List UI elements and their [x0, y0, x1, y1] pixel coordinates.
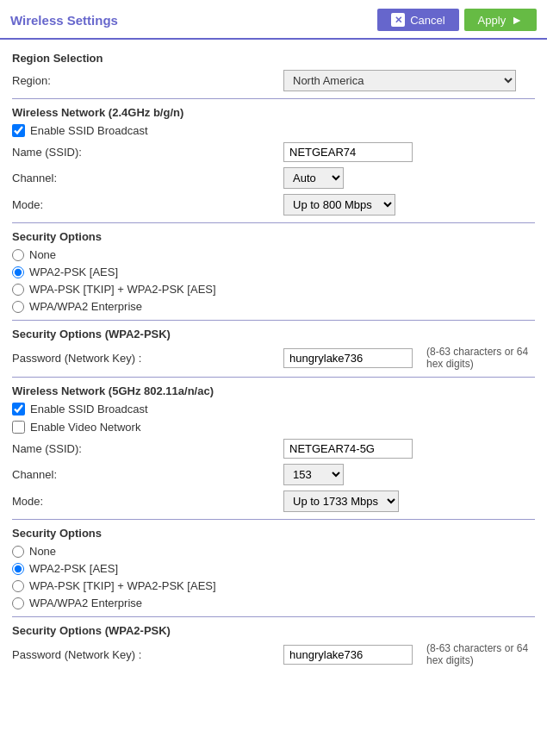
enable-ssid-24-checkbox[interactable] [12, 124, 25, 137]
sec24-wpa2-row: WPA2-PSK [AES] [12, 266, 535, 278]
divider-6 [12, 616, 535, 617]
enable-video-5g-checkbox[interactable] [12, 421, 25, 434]
divider-4 [12, 377, 535, 378]
sec5g-wpapsk-row: WPA-PSK [TKIP] + WPA2-PSK [AES] [12, 579, 535, 592]
enable-ssid-5g-checkbox[interactable] [12, 403, 25, 415]
password-24-row: Password (Network Key) : (8-63 character… [12, 346, 535, 370]
sec5g-wpapsk-radio[interactable] [12, 580, 24, 592]
wireless-5g-title: Wireless Network (5GHz 802.11a/n/ac) [12, 384, 535, 397]
mode-5g-label: Mode: [12, 495, 283, 508]
mode-5g-row: Mode: Up to 1733 Mbps [12, 490, 535, 512]
sec5g-none-radio[interactable] [12, 546, 24, 558]
enable-ssid-5g-row: Enable SSID Broadcast [12, 403, 535, 415]
name-24-label: Name (SSID): [12, 146, 283, 159]
password-5g-input[interactable] [283, 645, 413, 665]
security-options-24-title: Security Options (WPA2-PSK) [12, 328, 535, 341]
divider-5 [12, 519, 535, 520]
region-field-row: Region: North America [12, 70, 535, 91]
channel-5g-row: Channel: 153 [12, 464, 535, 485]
password-5g-row: Password (Network Key) : (8-63 character… [12, 642, 535, 666]
sec24-enterprise-row: WPA/WPA2 Enterprise [12, 300, 535, 313]
mode-5g-select[interactable]: Up to 1733 Mbps [283, 490, 399, 512]
sec24-wpapsk-label[interactable]: WPA-PSK [TKIP] + WPA2-PSK [AES] [29, 283, 216, 296]
sec5g-enterprise-row: WPA/WPA2 Enterprise [12, 597, 535, 609]
sec5g-enterprise-label[interactable]: WPA/WPA2 Enterprise [29, 597, 142, 609]
region-select[interactable]: North America [283, 70, 516, 91]
security-options-5g-title: Security Options (WPA2-PSK) [12, 624, 535, 637]
channel-5g-label: Channel: [12, 468, 283, 481]
divider-3 [12, 320, 535, 321]
main-content: Region Selection Region: North America W… [0, 40, 547, 680]
apply-button[interactable]: Apply ► [464, 9, 537, 31]
channel-24-label: Channel: [12, 172, 283, 184]
arrow-right-icon: ► [511, 13, 523, 27]
enable-ssid-24-label[interactable]: Enable SSID Broadcast [30, 124, 148, 137]
password-5g-hint: (8-63 characters or 64 hex digits) [426, 642, 535, 666]
sec24-enterprise-radio[interactable] [12, 301, 24, 313]
divider-2 [12, 222, 535, 223]
region-section-title: Region Selection [12, 52, 535, 65]
sec5g-wpa2-label[interactable]: WPA2-PSK [AES] [29, 562, 118, 575]
sec24-none-radio[interactable] [12, 249, 24, 261]
region-value: North America [283, 70, 535, 91]
name-5g-row: Name (SSID): [12, 439, 535, 459]
sec24-wpa2-label[interactable]: WPA2-PSK [AES] [29, 266, 118, 278]
channel-24-row: Channel: Auto [12, 167, 535, 189]
divider-1 [12, 98, 535, 99]
sec5g-wpa2-radio[interactable] [12, 563, 24, 575]
sec5g-none-label[interactable]: None [29, 545, 56, 558]
mode-24-select[interactable]: Up to 800 Mbps [283, 194, 395, 216]
page-title: Wireless Settings [10, 13, 118, 28]
region-label: Region: [12, 74, 283, 87]
password-24-label: Password (Network Key) : [12, 352, 283, 365]
cancel-button[interactable]: ✕ Cancel [377, 9, 458, 31]
sec5g-none-row: None [12, 545, 535, 558]
name-24-input[interactable] [283, 142, 413, 162]
sec5g-wpa2-row: WPA2-PSK [AES] [12, 562, 535, 575]
sec5g-wpapsk-label[interactable]: WPA-PSK [TKIP] + WPA2-PSK [AES] [29, 579, 216, 592]
password-24-input[interactable] [283, 348, 413, 368]
security-24-title: Security Options [12, 230, 535, 243]
sec24-wpapsk-row: WPA-PSK [TKIP] + WPA2-PSK [AES] [12, 283, 535, 296]
enable-ssid-5g-label[interactable]: Enable SSID Broadcast [30, 403, 148, 415]
mode-24-label: Mode: [12, 198, 283, 211]
name-24-row: Name (SSID): [12, 142, 535, 162]
page-header: Wireless Settings ✕ Cancel Apply ► [0, 0, 547, 40]
x-icon: ✕ [391, 13, 405, 27]
name-5g-input[interactable] [283, 439, 413, 459]
password-5g-label: Password (Network Key) : [12, 648, 283, 661]
enable-video-5g-label[interactable]: Enable Video Network [30, 421, 140, 434]
channel-24-select[interactable]: Auto [283, 167, 344, 189]
sec24-wpapsk-radio[interactable] [12, 284, 24, 296]
enable-video-5g-row: Enable Video Network [12, 421, 535, 434]
enable-ssid-24-row: Enable SSID Broadcast [12, 124, 535, 137]
sec24-wpa2-radio[interactable] [12, 266, 24, 278]
action-buttons: ✕ Cancel Apply ► [377, 9, 537, 31]
sec5g-enterprise-radio[interactable] [12, 597, 24, 609]
sec24-enterprise-label[interactable]: WPA/WPA2 Enterprise [29, 300, 142, 313]
channel-5g-select[interactable]: 153 [283, 464, 344, 485]
security-5g-title: Security Options [12, 527, 535, 540]
sec24-none-label[interactable]: None [29, 248, 56, 261]
sec24-none-row: None [12, 248, 535, 261]
password-24-hint: (8-63 characters or 64 hex digits) [426, 346, 535, 370]
mode-24-row: Mode: Up to 800 Mbps [12, 194, 535, 216]
name-5g-label: Name (SSID): [12, 442, 283, 455]
wireless-24-title: Wireless Network (2.4GHz b/g/n) [12, 106, 535, 119]
